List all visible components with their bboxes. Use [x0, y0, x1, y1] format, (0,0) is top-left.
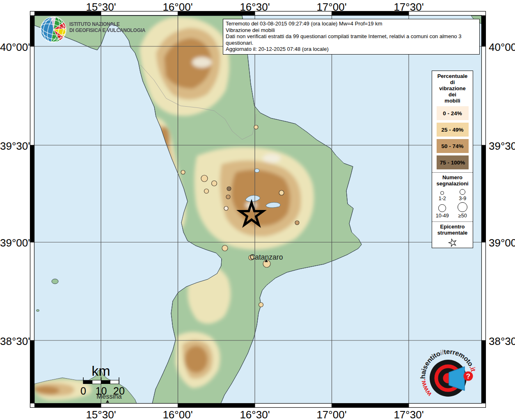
scale-tick-20: 20 — [113, 385, 125, 397]
aeolian-island — [52, 279, 58, 284]
report-dot — [212, 181, 217, 186]
axis-label-top-4: 17°00' — [316, 1, 346, 14]
islet — [37, 310, 39, 312]
legend-separator — [432, 221, 473, 222]
ingv-globe-icon — [40, 16, 67, 43]
axis-label-left-4: 38°30' — [0, 335, 28, 348]
signal-circle-3-9 — [460, 189, 465, 195]
axis-label-left-1: 40°00' — [0, 41, 28, 54]
epicenter-legend-symbol — [432, 237, 473, 249]
ingv-logo: ISTITUTO NAZIONALE DI GEOFISICA E VULCAN… — [40, 16, 146, 43]
ingv-logo-line1: ISTITUTO NAZIONALE — [69, 21, 145, 27]
star-icon — [447, 237, 458, 248]
signal-circle-10-49 — [438, 204, 446, 212]
axis-label-bottom-2: 16°00' — [163, 409, 192, 420]
legend-swatch-0-24: 0 - 24% — [437, 106, 469, 120]
axis-label-right-2: 39°30' — [489, 140, 515, 153]
legend-title: Percentuale di vibrazione dei mobili — [432, 71, 473, 104]
signals-row-small: 1-2 3-9 — [432, 187, 473, 201]
legend-separator — [432, 172, 473, 173]
signal-label-3-9: 3-9 — [459, 196, 466, 201]
axis-label-right-3: 39°00' — [489, 237, 515, 249]
signals-row-large: 10-49 ≥50 — [432, 202, 473, 219]
report-dot — [201, 175, 208, 182]
signals-title: Numero segnalazioni — [432, 174, 473, 187]
report-dot — [181, 170, 185, 174]
haisentitoilterremoto-watermark: www.haisentitoilterremoto.it ? — [416, 345, 481, 406]
ingv-felt-map-page: Catanzaro Messina km 0 10 20 — [0, 0, 515, 420]
signal-label-1-2: 1-2 — [439, 196, 446, 201]
ingv-logo-text: ISTITUTO NAZIONALE DI GEOFISICA E VULCAN… — [69, 21, 145, 34]
axis-label-right-4: 38°30' — [489, 335, 515, 348]
legend-swatch-50-74: 50 - 74% — [437, 139, 469, 153]
map-legend: Percentuale di vibrazione dei mobili 0 -… — [432, 71, 473, 248]
event-updated-at: Aggiornato il: 20-12-2025 07:48 (ora loc… — [226, 46, 477, 52]
axis-label-left-3: 39°00' — [0, 237, 28, 249]
scale-tick-0: 0 — [80, 385, 86, 397]
scale-tick-10: 10 — [96, 385, 107, 397]
event-info-box: Terremoto del 03-08-2015 09:27:49 (ora l… — [223, 19, 480, 55]
event-effect-type: Vibrazione dei mobili — [226, 27, 477, 34]
report-dot — [227, 187, 231, 191]
map-inner: Catanzaro Messina km 0 10 20 — [34, 16, 482, 404]
report-dot — [222, 245, 228, 251]
scale-unit: km — [92, 363, 110, 379]
report-dot — [295, 221, 299, 225]
signal-label-10-49: 10-49 — [436, 213, 449, 219]
axis-label-top-1: 15°30' — [86, 1, 116, 14]
question-mark: ? — [466, 372, 470, 380]
epicenter-legend-title: Epicentro strumentale — [432, 224, 473, 236]
report-dot — [254, 125, 258, 129]
axis-label-top-5: 17°30' — [394, 1, 423, 14]
axis-label-top-2: 16°00' — [163, 1, 192, 14]
event-data-note: Dati non verificati estratti da 99 quest… — [226, 33, 477, 46]
legend-swatch-75-100: 75 - 100% — [437, 155, 469, 169]
report-dot — [226, 195, 230, 199]
city-label-catanzaro: Catanzaro — [250, 253, 283, 261]
legend-swatch-25-49: 25 - 49% — [437, 123, 469, 137]
axis-label-top-3: 16°30' — [240, 1, 270, 14]
event-summary: Terremoto del 03-08-2015 09:27:49 (ora l… — [226, 21, 477, 27]
axis-label-bottom-5: 17°30' — [394, 409, 423, 420]
axis-label-bottom-1: 15°30' — [86, 409, 116, 420]
signal-label-50plus: ≥50 — [458, 213, 467, 219]
report-dot — [259, 303, 263, 307]
ingv-logo-line2: DI GEOFISICA E VULCANOLOGIA — [69, 27, 145, 34]
axis-label-bottom-3: 16°30' — [240, 409, 270, 420]
report-dot — [279, 190, 284, 195]
report-dot — [224, 206, 228, 210]
report-dot — [204, 189, 209, 194]
signal-circle-50plus — [458, 202, 467, 212]
axis-label-bottom-4: 17°00' — [316, 409, 346, 420]
axis-label-right-1: 40°00' — [489, 41, 515, 54]
signal-circle-1-2 — [440, 191, 444, 195]
axis-label-left-2: 39°30' — [0, 140, 28, 153]
